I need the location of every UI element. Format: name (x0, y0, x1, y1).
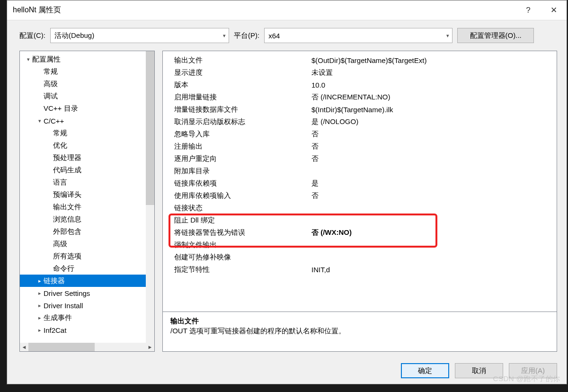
property-value[interactable]: 否 (311, 130, 552, 139)
tree-expander-icon[interactable]: ▸ (37, 315, 43, 321)
scroll-right-icon[interactable]: ► (146, 343, 154, 351)
property-name: 版本 (174, 80, 311, 89)
tree-expander-icon[interactable]: ▸ (37, 278, 43, 284)
property-row[interactable]: 输出文件$(OutDir)$(TargetName)$(TargetExt) (174, 54, 552, 66)
tree-item-0[interactable]: ▾配置属性 (20, 53, 154, 65)
tree-item-19[interactable]: ▸Driver Settings (20, 287, 154, 299)
tree-item-8[interactable]: 预处理器 (20, 151, 154, 164)
property-row[interactable]: 忽略导入库否 (174, 128, 552, 140)
description-title: 输出文件 (170, 317, 549, 326)
tree-hscroll-track[interactable] (28, 343, 146, 351)
tree-item-11[interactable]: 预编译头 (20, 188, 154, 201)
tree-item-15[interactable]: 高级 (20, 238, 154, 250)
property-value[interactable]: 10.0 (311, 81, 552, 89)
scroll-left-icon[interactable]: ◄ (20, 343, 28, 351)
tree-item-label: 输出文件 (53, 203, 81, 212)
close-button[interactable]: ✕ (541, 0, 567, 20)
tree-item-13[interactable]: 浏览信息 (20, 213, 154, 225)
tree-item-20[interactable]: ▸Driver Install (20, 299, 154, 312)
property-row[interactable]: 阻止 Dll 绑定 (174, 214, 552, 226)
property-row[interactable]: 取消显示启动版权标志是 (/NOLOGO) (174, 116, 552, 128)
tree-item-6[interactable]: 常规 (20, 127, 154, 139)
tree-expander-icon[interactable]: ▸ (37, 290, 43, 296)
tree-horizontal-scrollbar[interactable]: ◄ ► (20, 343, 154, 351)
tree-item-12[interactable]: 输出文件 (20, 201, 154, 213)
ok-button[interactable]: 确定 (401, 363, 449, 378)
tree-item-label: 浏览信息 (53, 215, 81, 224)
property-row[interactable]: 附加库目录 (174, 165, 552, 177)
property-value[interactable]: 未设置 (311, 68, 552, 77)
description-panel: 输出文件 /OUT 选项可重写链接器创建的程序的默认名称和位置。 (162, 312, 557, 352)
tree-item-label: 调试 (44, 92, 58, 101)
property-value[interactable]: INIT,d (311, 266, 552, 274)
tree-vertical-scrollbar[interactable] (146, 51, 154, 343)
tree-item-label: 所有选项 (53, 252, 81, 261)
help-button[interactable]: ? (515, 0, 541, 20)
tree-item-label: 预编译头 (53, 190, 81, 199)
config-dropdown[interactable]: 活动(Debug) ▾ (50, 28, 229, 43)
property-name: 取消显示启动版权标志 (174, 117, 311, 126)
tree-item-17[interactable]: 命令行 (20, 262, 154, 275)
property-row[interactable]: 使用库依赖项输入否 (174, 189, 552, 202)
platform-dropdown[interactable]: x64 ▾ (264, 28, 453, 43)
tree-item-18[interactable]: ▸链接器 (20, 275, 154, 287)
tree-hscroll-thumb[interactable] (28, 343, 95, 351)
tree-item-4[interactable]: VC++ 目录 (20, 102, 154, 115)
property-row[interactable]: 显示进度未设置 (174, 66, 552, 79)
tree-item-label: 高级 (53, 240, 67, 249)
cancel-button[interactable]: 取消 (455, 363, 503, 378)
property-value[interactable]: 否 (311, 142, 552, 151)
tree-item-2[interactable]: 高级 (20, 78, 154, 90)
tree-item-1[interactable]: 常规 (20, 65, 154, 78)
property-name: 注册输出 (174, 142, 311, 151)
property-row[interactable]: 逐用户重定向否 (174, 152, 552, 165)
property-row[interactable]: 增量链接数据库文件$(IntDir)$(TargetName).ilk (174, 103, 552, 116)
property-value[interactable]: $(IntDir)$(TargetName).ilk (311, 106, 552, 114)
property-value[interactable]: 否 (/INCREMENTAL:NO) (311, 93, 552, 102)
tree-expander-icon[interactable]: ▾ (26, 56, 31, 62)
tree-item-3[interactable]: 调试 (20, 90, 154, 102)
category-tree[interactable]: ▾配置属性常规高级调试VC++ 目录▾C/C++常规优化预处理器代码生成语言预编… (20, 51, 154, 343)
tree-item-10[interactable]: 语言 (20, 176, 154, 188)
property-name: 增量链接数据库文件 (174, 105, 311, 114)
tree-expander-icon[interactable]: ▸ (37, 303, 43, 309)
property-value[interactable]: 否 (311, 154, 552, 163)
apply-button[interactable]: 应用(A) (509, 363, 557, 378)
tree-item-5[interactable]: ▾C/C++ (20, 115, 154, 127)
tree-item-9[interactable]: 代码生成 (20, 164, 154, 176)
tree-item-label: Driver Install (44, 302, 83, 310)
property-value[interactable]: 否 (/WX:NO) (311, 228, 552, 237)
tree-item-label: 语言 (53, 178, 67, 187)
property-value[interactable]: 否 (311, 191, 552, 200)
configuration-manager-button[interactable]: 配置管理器(O)... (457, 28, 534, 43)
tree-item-7[interactable]: 优化 (20, 139, 154, 151)
property-row[interactable]: 将链接器警告视为错误否 (/WX:NO) (174, 226, 552, 239)
tree-item-21[interactable]: ▸生成事件 (20, 312, 154, 324)
property-row[interactable]: 注册输出否 (174, 140, 552, 152)
tree-expander-icon[interactable]: ▾ (37, 118, 43, 124)
window-title: helloNt 属性页 (13, 5, 515, 15)
tree-item-14[interactable]: 外部包含 (20, 225, 154, 238)
property-name: 创建可热修补映像 (174, 253, 311, 262)
property-row[interactable]: 创建可热修补映像 (174, 251, 552, 263)
property-value[interactable]: 是 (/NOLOGO) (311, 117, 552, 126)
config-label: 配置(C): (19, 31, 45, 40)
property-row[interactable]: 链接库依赖项是 (174, 177, 552, 189)
property-row[interactable]: 链接状态 (174, 202, 552, 214)
property-row[interactable]: 启用增量链接否 (/INCREMENTAL:NO) (174, 91, 552, 103)
property-value[interactable]: 是 (311, 179, 552, 188)
property-name: 链接库依赖项 (174, 179, 311, 188)
property-name: 忽略导入库 (174, 130, 311, 139)
tree-item-22[interactable]: ▸Inf2Cat (20, 324, 154, 336)
tree-expander-icon[interactable]: ▸ (37, 327, 43, 333)
property-value[interactable]: $(OutDir)$(TargetName)$(TargetExt) (311, 56, 552, 64)
property-row[interactable]: 强制文件输出 (174, 239, 552, 251)
property-row[interactable]: 版本10.0 (174, 79, 552, 91)
config-value: 活动(Debug) (54, 31, 94, 40)
tree-item-16[interactable]: 所有选项 (20, 250, 154, 262)
tree-item-label: 预处理器 (53, 153, 81, 162)
tree-scroll-thumb[interactable] (146, 51, 154, 205)
property-name: 输出文件 (174, 56, 311, 65)
platform-value: x64 (268, 32, 280, 40)
property-row[interactable]: 指定节特性INIT,d (174, 263, 552, 276)
